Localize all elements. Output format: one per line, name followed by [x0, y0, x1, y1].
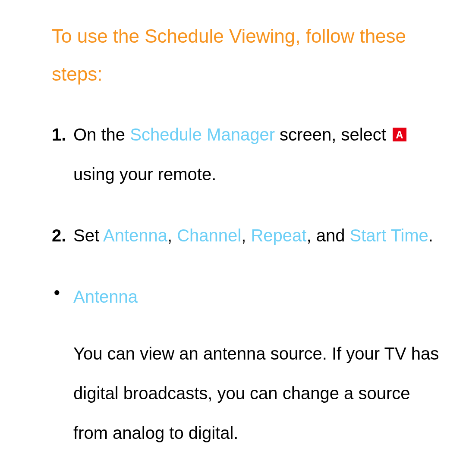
- step-2-highlight-start-time: Start Time: [350, 226, 428, 245]
- step-1-text-mid: screen, select: [275, 125, 391, 144]
- step-1-text-after: using your remote.: [73, 165, 216, 184]
- step-1-highlight-schedule-manager: Schedule Manager: [130, 125, 275, 144]
- remote-a-button-icon: A: [393, 128, 406, 141]
- step-2-sep3: , and: [306, 226, 350, 245]
- step-2-highlight-antenna: Antenna: [103, 226, 167, 245]
- step-1: On the Schedule Manager screen, select A…: [52, 115, 440, 194]
- section-heading: To use the Schedule Viewing, follow thes…: [52, 17, 440, 93]
- steps-list: On the Schedule Manager screen, select A…: [52, 115, 440, 255]
- step-2: Set Antenna, Channel, Repeat, and Start …: [52, 216, 440, 255]
- step-1-text-before: On the: [73, 125, 130, 144]
- bullet-title-antenna: Antenna: [73, 277, 440, 316]
- step-2-text-before: Set: [73, 226, 103, 245]
- bullet-antenna: Antenna You can view an antenna source. …: [52, 277, 440, 453]
- bullet-body-antenna: You can view an antenna source. If your …: [73, 334, 440, 453]
- step-2-sep1: ,: [167, 226, 177, 245]
- step-2-highlight-repeat: Repeat: [251, 226, 306, 245]
- step-2-highlight-channel: Channel: [177, 226, 241, 245]
- step-2-sep2: ,: [241, 226, 251, 245]
- step-2-text-after: .: [428, 226, 433, 245]
- bullet-list: Antenna You can view an antenna source. …: [52, 277, 440, 453]
